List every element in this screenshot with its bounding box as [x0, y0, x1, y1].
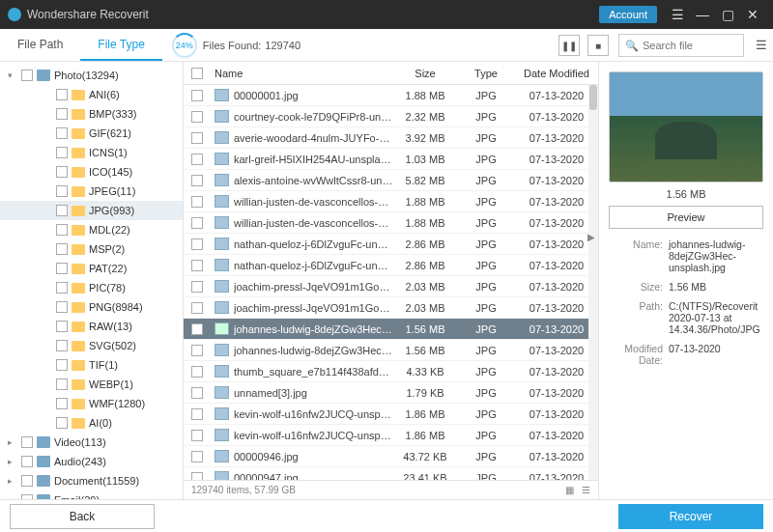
tab-file-path[interactable]: File Path [0, 29, 80, 61]
scrollbar-vertical[interactable] [588, 85, 598, 480]
tree-checkbox[interactable] [56, 108, 68, 120]
row-checkbox[interactable] [191, 366, 203, 378]
tree-sibling[interactable]: ▸Audio(243) [0, 452, 183, 471]
row-checkbox[interactable] [191, 281, 203, 293]
table-row[interactable]: courtney-cook-le7D9QFiPr8-unsplash...2.3… [184, 106, 598, 127]
col-date[interactable]: Date Modified [515, 68, 598, 79]
row-checkbox[interactable] [191, 472, 203, 481]
tree-checkbox[interactable] [56, 417, 68, 429]
minimize-icon[interactable]: — [690, 0, 715, 29]
tree-item[interactable]: ICO(145) [0, 162, 183, 182]
expand-icon[interactable]: ▾ [8, 70, 17, 80]
tree-checkbox[interactable] [56, 301, 68, 313]
checkbox-all[interactable] [191, 68, 203, 79]
tree-checkbox[interactable] [56, 282, 68, 294]
row-checkbox[interactable] [191, 302, 203, 314]
table-row[interactable]: joachim-pressl-JqeVO91m1Go-unspl...2.03 … [184, 297, 598, 319]
tree-checkbox[interactable] [56, 185, 68, 197]
expand-icon[interactable]: ▸ [8, 457, 17, 466]
table-row[interactable]: kevin-wolf-u16nfw2JUCQ-unsplash.jpg1.86 … [184, 425, 598, 446]
tree-checkbox[interactable] [56, 378, 68, 390]
tree-item[interactable]: PNG(8984) [0, 297, 183, 317]
tree-checkbox[interactable] [21, 475, 33, 487]
row-checkbox[interactable] [191, 154, 203, 165]
tree-checkbox[interactable] [56, 243, 68, 255]
tree-item[interactable]: MDL(22) [0, 220, 183, 239]
expand-icon[interactable]: ▸ [8, 476, 17, 486]
recover-button[interactable]: Recover [618, 504, 763, 529]
tree-item[interactable]: ANI(6) [0, 85, 183, 104]
tree-checkbox[interactable] [56, 321, 68, 332]
row-checkbox[interactable] [191, 345, 203, 356]
tree-checkbox[interactable] [21, 456, 33, 467]
row-checkbox[interactable] [191, 430, 203, 441]
tree-item[interactable]: JPEG(11) [0, 182, 183, 201]
tree-item[interactable]: WMF(1280) [0, 394, 183, 413]
tree-checkbox[interactable] [56, 166, 68, 178]
tree-item[interactable]: JPG(993) [0, 201, 183, 220]
row-checkbox[interactable] [191, 90, 203, 101]
row-checkbox[interactable] [191, 175, 203, 186]
view-grid-icon[interactable]: ▦ [565, 485, 574, 495]
tree-sibling[interactable]: ▸Email(29) [0, 490, 183, 499]
table-row[interactable]: joachim-pressl-JqeVO91m1Go-unspl...2.03 … [184, 276, 598, 297]
table-row[interactable]: unnamed[3].jpg1.79 KBJPG07-13-2020 [184, 382, 598, 404]
table-row[interactable]: willian-justen-de-vasconcellos-65Ga...1.… [184, 191, 598, 212]
tree-item[interactable]: MSP(2) [0, 239, 183, 259]
search-box[interactable]: 🔍 [618, 34, 744, 57]
back-button[interactable]: Back [10, 504, 155, 529]
row-checkbox[interactable] [191, 238, 203, 250]
preview-button[interactable]: Preview [609, 206, 763, 229]
tree-item[interactable]: SVG(502) [0, 336, 183, 355]
row-checkbox[interactable] [191, 196, 203, 208]
table-row[interactable]: 00000001.jpg1.88 MBJPG07-13-2020 [184, 85, 598, 106]
tree-item[interactable]: AI(0) [0, 413, 183, 433]
tree-item[interactable]: TIF(1) [0, 355, 183, 375]
row-checkbox[interactable] [191, 132, 203, 144]
tree-checkbox[interactable] [56, 205, 68, 216]
table-row[interactable]: johannes-ludwig-8dejZGw3Hec-unsp...1.56 … [184, 340, 598, 361]
tree-checkbox[interactable] [56, 224, 68, 236]
row-checkbox[interactable] [191, 260, 203, 271]
table-row[interactable]: willian-justen-de-vasconcellos-65Ga...1.… [184, 212, 598, 234]
tree-checkbox[interactable] [56, 127, 68, 139]
account-button[interactable]: Account [599, 6, 657, 23]
table-row[interactable]: 00000946.jpg43.72 KBJPG07-13-2020 [184, 446, 598, 467]
row-checkbox[interactable] [191, 451, 203, 462]
tree-checkbox[interactable] [21, 436, 33, 448]
col-type[interactable]: Type [457, 68, 515, 79]
table-row[interactable]: alexis-antoine-wvWwltCssr8-unsplas...5.8… [184, 170, 598, 191]
tree-item[interactable]: PAT(22) [0, 259, 183, 278]
tree-checkbox[interactable] [56, 398, 68, 409]
tree-item[interactable]: ICNS(1) [0, 143, 183, 162]
tree-item[interactable]: PIC(78) [0, 278, 183, 297]
tree-root-photo[interactable]: ▾Photo(13294) [0, 66, 183, 85]
tree-checkbox[interactable] [21, 70, 33, 81]
tree-item[interactable]: BMP(333) [0, 104, 183, 124]
table-row[interactable]: karl-greif-H5IXIH254AU-unsplash.jpg1.03 … [184, 149, 598, 170]
table-row[interactable]: nathan-queloz-j-6DlZvguFc-unsplash...2.8… [184, 255, 598, 276]
menu-icon[interactable]: ☰ [665, 0, 690, 29]
view-list-icon[interactable]: ☰ [582, 485, 590, 495]
tree-checkbox[interactable] [56, 359, 68, 371]
col-size[interactable]: Size [393, 68, 457, 79]
row-checkbox[interactable] [191, 111, 203, 123]
row-checkbox[interactable] [191, 323, 203, 335]
table-row[interactable]: johannes-ludwig-8dejZGw3Hec-unsp...1.56 … [184, 319, 598, 340]
tree-sibling[interactable]: ▸Document(11559) [0, 471, 183, 490]
table-row[interactable]: averie-woodard-4nulm-JUYFo-unspla...3.92… [184, 127, 598, 149]
tree-checkbox[interactable] [56, 263, 68, 274]
filter-icon[interactable]: ☰ [750, 29, 773, 61]
row-checkbox[interactable] [191, 387, 203, 399]
table-row[interactable]: 00000947.jpg23.41 KBJPG07-13-2020 [184, 467, 598, 480]
table-row[interactable]: kevin-wolf-u16nfw2JUCQ-unsplash.jpg1.86 … [184, 404, 598, 425]
scrollbar-thumb[interactable] [589, 85, 597, 110]
row-checkbox[interactable] [191, 217, 203, 229]
pause-button[interactable]: ❚❚ [558, 35, 580, 56]
search-input[interactable] [643, 40, 737, 51]
tree-checkbox[interactable] [56, 147, 68, 158]
tree-sibling[interactable]: ▸Video(113) [0, 433, 183, 452]
tree-checkbox[interactable] [56, 340, 68, 351]
tree-item[interactable]: WEBP(1) [0, 375, 183, 394]
tab-file-type[interactable]: File Type [80, 29, 161, 61]
